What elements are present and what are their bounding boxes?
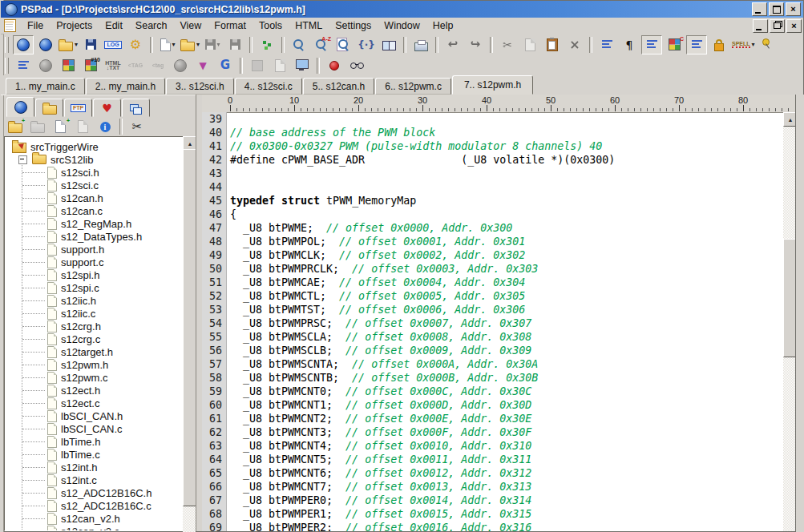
code-line-45[interactable]: 45typedef struct tPWM_MemoryMap	[202, 194, 783, 208]
collapse-toggle[interactable]	[18, 155, 27, 164]
tree-item-lbsci-can-c[interactable]: lbSCI_CAN.c	[47, 422, 123, 435]
reformat-button[interactable]	[13, 56, 34, 75]
code-line-47[interactable]: 47 _U8 btPWME; // offset 0x0000, Addr. 0…	[202, 221, 783, 235]
tree-item-lbtime-c[interactable]: lbTime.c	[47, 448, 100, 461]
spell-check-button[interactable]: SPELL▾	[731, 35, 756, 54]
doc-tab-5[interactable]: 5.. s12can.h	[303, 78, 374, 95]
help-book-button[interactable]	[378, 35, 399, 54]
sidebar-tab-ftp[interactable]: FTP	[64, 99, 92, 117]
delete-button[interactable]: ×	[564, 35, 585, 54]
code-line-53[interactable]: 53 _U8 btPWMTST; // offset 0x0006, Addr.…	[202, 303, 783, 316]
sidebar-tab-windows[interactable]	[122, 99, 150, 117]
print-button[interactable]	[410, 35, 431, 54]
mdi-minimize-button[interactable]	[753, 19, 768, 33]
menu-settings[interactable]: Settings	[329, 18, 378, 33]
project-tree[interactable]: srcTriggerWiresrcS12libs12sci.hs12sci.cs…	[4, 136, 184, 531]
browser-preview-button[interactable]	[292, 56, 313, 75]
code-line-43[interactable]: 43	[202, 167, 783, 180]
doc-tab-6[interactable]: 6.. s12pwm.c	[375, 78, 451, 95]
code-clips-button[interactable]: {·}	[356, 35, 377, 54]
tree-item-s12-adc12b16c-c[interactable]: s12_ADC12B16C.c	[47, 499, 152, 512]
tree-item-s12sci-h[interactable]: s12sci.h	[47, 166, 99, 179]
tree-item-s12pwm-h[interactable]: s12pwm.h	[47, 358, 108, 371]
menu-view[interactable]: View	[173, 18, 208, 33]
new-file-button-dropdown[interactable]: ▾	[172, 41, 176, 48]
tree-item-s12iic-h[interactable]: s12iic.h	[47, 294, 96, 307]
lowercase-tags-button[interactable]: <tag	[147, 56, 168, 75]
tree-item-s12ect-h[interactable]: s12ect.h	[47, 384, 100, 397]
code-line-59[interactable]: 59 _U8 btPWMCNT0; // offset 0x000C, Addr…	[202, 385, 783, 398]
redo-button[interactable]: ↪	[465, 35, 486, 54]
code-line-48[interactable]: 48 _U8 btPWMPOL; // offset 0x0001, Addr.…	[202, 235, 783, 248]
code-line-66[interactable]: 66 _U8 btPWMCNT7; // offset 0x0013, Addr…	[202, 480, 783, 494]
add-file-button[interactable]: +	[50, 117, 71, 136]
tree-item-s12-regmap-h[interactable]: s12_RegMap.h	[47, 217, 131, 230]
tree-item-lbsci-can-h[interactable]: lbSCI_CAN.h	[47, 409, 123, 422]
spell-check-button-dropdown[interactable]: ▾	[752, 41, 755, 48]
tree-item-lbtime-h[interactable]: lbTime.h	[47, 435, 100, 448]
copy-button[interactable]	[519, 35, 540, 54]
code-line-57[interactable]: 57 _U8 btPWMSCNTA; // offset 0x000A, Add…	[202, 357, 783, 371]
tree-item-folder[interactable]: srcS12lib	[18, 153, 93, 166]
sidebar-tab-favorites[interactable]: ♥	[93, 99, 121, 117]
replace-button[interactable]: A-Z	[311, 35, 332, 54]
program-settings-button[interactable]: ⚙	[125, 35, 146, 54]
restore-button[interactable]	[769, 2, 784, 16]
line-numbers-button[interactable]	[686, 35, 707, 54]
doc-tab-2[interactable]: 2.. my_main.h	[86, 78, 165, 95]
menu-edit[interactable]: Edit	[99, 18, 129, 33]
close-button[interactable]: ×	[786, 2, 801, 16]
editor-scrollbar[interactable]: ▲	[783, 112, 796, 531]
color-palette-button[interactable]	[58, 56, 79, 75]
show-control-chars-button[interactable]: ¶	[619, 35, 640, 54]
code-line-40[interactable]: 40// base address of the PWM block	[202, 126, 783, 139]
lock-file-button[interactable]	[709, 35, 729, 54]
sidebar-tab-project[interactable]	[6, 97, 34, 117]
indent-button[interactable]	[596, 35, 617, 54]
tree-item-s12can-h[interactable]: s12can.h	[47, 191, 103, 204]
paste-button[interactable]	[542, 35, 563, 54]
tree-item-s12crg-c[interactable]: s12crg.c	[47, 332, 100, 345]
code-line-50[interactable]: 50 _U8 btPWMPRCLK; // offset 0x0003, Add…	[202, 262, 783, 276]
tree-item-s12int-h[interactable]: s12int.h	[47, 461, 98, 474]
color-picker-button[interactable]: ▼	[192, 56, 213, 75]
menu-projects[interactable]: Projects	[50, 18, 99, 33]
add-folder-button[interactable]: +	[5, 117, 26, 136]
code-line-51[interactable]: 51 _U8 btPWMCAE; // offset 0x0004, Addr.…	[202, 276, 783, 289]
strip-tags-button[interactable]: <TAG	[125, 56, 146, 75]
google-search-button[interactable]: G	[215, 56, 236, 75]
code-line-63[interactable]: 63 _U8 btPWMCNT4; // offset 0x0010, Addr…	[202, 439, 783, 453]
code-line-67[interactable]: 67 _U8 btPWMPER0; // offset 0x0014, Addr…	[202, 494, 783, 507]
doc-tab-3[interactable]: 3.. s12sci.h	[166, 78, 234, 95]
tree-item-support-c[interactable]: support.c	[47, 256, 103, 268]
tree-item-s12ect-c[interactable]: s12ect.c	[47, 397, 99, 409]
color-index-button[interactable]: #10	[80, 56, 101, 75]
open-project-button[interactable]	[13, 35, 34, 54]
open-file-button[interactable]: ▾	[180, 35, 200, 54]
code-line-69[interactable]: 69 _U8 btPWMPER2; // offset 0x0016, Addr…	[202, 521, 783, 531]
stay-on-top-button[interactable]	[758, 35, 778, 54]
html-to-text-button[interactable]: HTML ↓TXT	[103, 56, 123, 75]
open-project-folder-button-dropdown[interactable]: ▾	[75, 41, 78, 48]
tree-item-s12-adc12b16c-h[interactable]: s12_ADC12B16C.h	[47, 486, 152, 499]
menu-html[interactable]: HTML	[289, 18, 329, 33]
tree-item-support-h[interactable]: support.h	[47, 243, 104, 256]
menu-format[interactable]: Format	[208, 18, 253, 33]
search-button[interactable]	[289, 35, 309, 54]
code-line-41[interactable]: 41// 0x0300-0x0327 PWM (pulse-width modu…	[202, 139, 783, 153]
code-line-61[interactable]: 61 _U8 btPWMCNT2; // offset 0x000E, Addr…	[202, 412, 783, 425]
code-line-54[interactable]: 54 _U8 btPWMPRSC; // offset 0x0007, Addr…	[202, 316, 783, 330]
code-line-46[interactable]: 46{	[202, 208, 783, 221]
tree-item-s12pwm-c[interactable]: s12pwm.c	[47, 371, 108, 384]
code-explorer-button[interactable]	[257, 35, 277, 54]
menu-tools[interactable]: Tools	[253, 18, 289, 33]
code-line-39[interactable]: 39	[202, 112, 783, 126]
code-line-44[interactable]: 44	[202, 180, 783, 194]
tree-item-s12sci-c[interactable]: s12sci.c	[47, 179, 99, 191]
remove-folder-button[interactable]	[27, 117, 48, 136]
project-files-button[interactable]	[35, 35, 56, 54]
tree-item-s12spi-c[interactable]: s12spi.c	[47, 281, 99, 294]
save-project-button[interactable]	[80, 35, 101, 54]
doc-tab-1[interactable]: 1.. my_main.c	[6, 78, 85, 95]
code-line-68[interactable]: 68 _U8 btPWMPER1; // offset 0x0015, Addr…	[202, 507, 783, 521]
